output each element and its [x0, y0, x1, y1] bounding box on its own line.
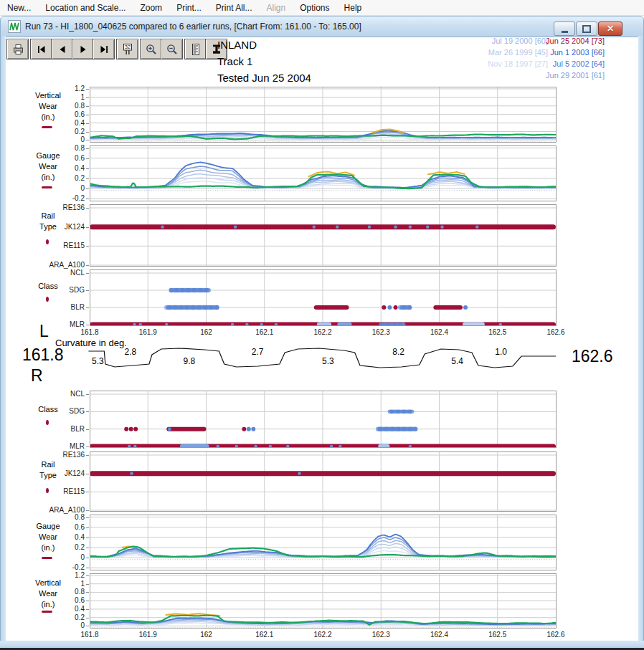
category-dot — [426, 225, 429, 228]
panel-label-gauge-wear-right: GaugeWear(in.) — [20, 521, 76, 553]
x-tick-label: 162.5 — [482, 631, 513, 639]
current-run-marker — [46, 488, 49, 493]
legend-run-item[interactable]: Jun 1 2003 [66] — [546, 47, 605, 58]
legend-run-item[interactable]: Jul 19 2000 [60] — [488, 35, 548, 47]
curvature-value-label: 5.3 — [318, 356, 338, 366]
y-tick-mark — [86, 609, 89, 610]
category-dot — [124, 427, 128, 431]
printer-icon — [11, 43, 24, 56]
category-band — [90, 224, 556, 229]
y-tick-mark — [86, 307, 89, 308]
x-tick-label: 162.4 — [424, 631, 455, 639]
panel-label-rail-type-right: RailType — [20, 459, 76, 481]
category-dot — [387, 305, 392, 310]
category-dot — [207, 288, 211, 292]
category-dot — [440, 225, 443, 228]
class-right-chart — [90, 391, 557, 448]
legend-run-item[interactable]: Mar 26 1999 [45] — [488, 47, 548, 58]
minimize-button[interactable] — [554, 21, 575, 36]
zoom-out-icon — [166, 43, 179, 56]
legend-run-item[interactable]: Jun 29 2001 [61] — [546, 70, 605, 81]
y-tick-mark — [86, 199, 89, 199]
zoom-in-icon — [145, 43, 158, 56]
y-tick-mark — [86, 592, 89, 593]
step-last-button[interactable] — [93, 39, 115, 59]
x-tick-label: 162 — [191, 328, 222, 336]
category-band — [90, 471, 556, 476]
legend-run-item[interactable]: Jul 5 2002 [64] — [546, 58, 605, 70]
x-tick-label: 162.2 — [307, 328, 338, 336]
class-left-chart — [90, 269, 557, 326]
y-tick-mark — [86, 178, 89, 179]
category-dot — [382, 305, 386, 310]
legend-run-item[interactable]: Nov 18 1997 [27] — [488, 58, 548, 70]
panel-label-vertical-wear-right: VerticalWear(in.) — [20, 578, 76, 610]
menu-item-print[interactable]: Print... — [169, 1, 209, 14]
menu-item-location-and-scale[interactable]: Location and Scale... — [38, 1, 133, 14]
y-tick-mark — [86, 273, 89, 274]
close-button[interactable]: ✕ — [598, 21, 622, 36]
category-dot — [130, 472, 133, 474]
menu-item-zoom[interactable]: Zoom — [133, 1, 169, 14]
category-dot — [168, 427, 171, 431]
maximize-icon — [582, 25, 591, 33]
title-bar[interactable]: Run 73 - HI_1800_040625 compared to 6 ea… — [0, 16, 644, 37]
y-tick-label: NCL — [42, 269, 85, 277]
y-tick-mark — [86, 140, 89, 140]
curvature-value-label: 5.3 — [87, 356, 108, 366]
y-tick-mark — [86, 517, 89, 518]
category-dot — [242, 427, 246, 431]
category-dot — [234, 225, 237, 228]
y-tick-mark — [86, 446, 89, 447]
menu-item-print-all[interactable]: Print All... — [209, 1, 260, 14]
vertical-wear-left-chart — [90, 87, 557, 143]
panel-label-rail-type-left: RailType — [20, 211, 76, 232]
y-tick-mark — [86, 492, 89, 492]
menu-item-help[interactable]: Help — [337, 1, 369, 14]
y-tick-label: NCL — [42, 390, 85, 398]
y-tick-mark — [86, 188, 89, 189]
milepost-32-button[interactable]: 32 — [116, 39, 138, 59]
step-forward-button[interactable] — [72, 39, 94, 59]
current-run-marker — [42, 126, 52, 128]
panel-label-vertical-wear-left: VerticalWear(in.) — [20, 90, 76, 123]
step-back-button[interactable] — [51, 39, 73, 59]
menu-item-new[interactable]: New... — [0, 1, 38, 14]
y-tick-mark — [86, 548, 89, 548]
menu-item-options[interactable]: Options — [293, 1, 336, 14]
zoom-out-button[interactable] — [161, 39, 183, 59]
rail-type-right-chart — [90, 451, 557, 512]
scale-ruler-button[interactable] — [184, 39, 207, 59]
y-tick-mark — [86, 168, 89, 169]
step-first-icon — [35, 43, 48, 56]
y-tick-label: RE136 — [42, 451, 85, 459]
scale-ruler-icon — [189, 43, 202, 56]
y-tick-mark — [86, 148, 89, 149]
y-tick-label: ARA_A100 — [42, 261, 85, 269]
category-dot — [161, 225, 164, 228]
zoom-in-button[interactable] — [140, 39, 162, 59]
legend-run-item[interactable]: Jun 25 2004 [73] — [546, 35, 605, 47]
chart-header: INLAND Track 1 Tested Jun 25 2004 — [217, 37, 311, 86]
y-tick-label: 0 — [42, 621, 85, 629]
category-dot — [129, 427, 133, 431]
maximize-button[interactable] — [576, 21, 597, 36]
printer-button[interactable] — [6, 39, 29, 59]
x-tick-label: 162 — [191, 631, 222, 639]
step-first-button[interactable] — [30, 39, 52, 59]
x-tick-label: 162.6 — [540, 328, 572, 336]
curvature-value-label: 8.2 — [389, 347, 409, 357]
category-dot — [247, 427, 251, 431]
y-tick-label: 0 — [42, 135, 85, 143]
category-dot — [475, 225, 478, 228]
legend-column-older: Jul 19 2000 [60]Mar 26 1999 [45]Nov 18 1… — [488, 35, 548, 70]
y-tick-label: -0.2 — [42, 563, 85, 571]
y-tick-mark — [86, 558, 89, 558]
x-tick-label: 162.2 — [307, 631, 338, 639]
step-forward-icon — [77, 43, 90, 56]
x-tick-label: 162.3 — [365, 328, 397, 336]
step-last-icon — [98, 43, 110, 56]
window-title: Run 73 - HI_1800_040625 compared to 6 ea… — [25, 21, 361, 32]
y-tick-mark — [86, 618, 89, 618]
current-run-marker — [42, 186, 52, 188]
